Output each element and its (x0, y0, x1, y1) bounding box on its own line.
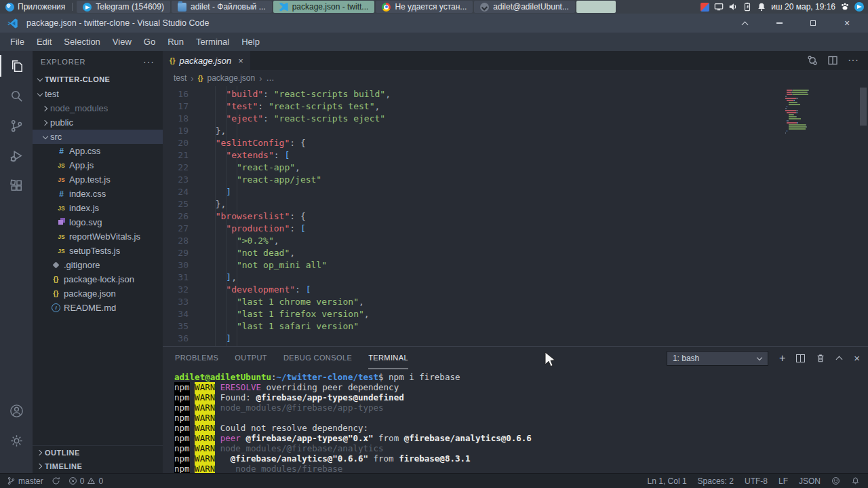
language-mode[interactable]: JSON (799, 476, 821, 486)
split-editor-icon[interactable] (827, 55, 838, 66)
timeline-section[interactable]: TIMELINE (33, 459, 163, 473)
encoding[interactable]: UTF-8 (745, 476, 768, 486)
maximize-panel-icon[interactable] (836, 355, 843, 362)
kill-terminal-icon[interactable] (816, 353, 825, 363)
code-line-22[interactable]: 22 "react-app", (163, 162, 868, 174)
panel-tab-output[interactable]: OUTPUT (235, 347, 267, 369)
menu-selection[interactable]: Selection (58, 34, 106, 50)
tree-item-reportwebvitals-js[interactable]: reportWebVitals.js (33, 229, 163, 244)
menu-go[interactable]: Go (138, 34, 161, 50)
code-line-16[interactable]: 16 "build": "react-scripts build", (163, 88, 868, 100)
tree-item-index-css[interactable]: index.css (33, 187, 163, 201)
menu-run[interactable]: Run (161, 34, 190, 50)
code-line-32[interactable]: 32 "development": [ (163, 284, 868, 296)
tree-item-package-json[interactable]: package.json (33, 286, 163, 301)
code-line-30[interactable]: 30 "not op_mini all" (163, 259, 868, 271)
panel-tab-terminal[interactable]: TERMINAL (368, 347, 408, 369)
tree-item-index-js[interactable]: index.js (33, 201, 163, 215)
close-panel-icon[interactable]: × (854, 353, 860, 363)
minimap[interactable] (784, 90, 857, 134)
taskbar-window-blank[interactable] (576, 1, 616, 13)
outline-section[interactable]: OUTLINE (33, 446, 163, 459)
code-line-26[interactable]: 26 "browserslist": { (163, 210, 868, 223)
code-line-25[interactable]: 25 }, (163, 198, 868, 210)
clock[interactable]: иш 20 мар, 19:16 (771, 2, 835, 12)
code-line-33[interactable]: 33 "last 1 chrome version", (163, 296, 868, 308)
sync-changes-button[interactable] (52, 476, 60, 485)
tree-item-readme-md[interactable]: README.md (33, 301, 163, 315)
maximize-button[interactable] (804, 17, 822, 29)
taskbar-window-telegram[interactable]: Telegram (154609) (77, 1, 170, 13)
code-line-17[interactable]: 17 "test": "react-scripts test", (163, 100, 868, 113)
minimize-button[interactable] (770, 17, 788, 29)
breadcrumb-symbol[interactable]: … (267, 73, 275, 83)
code-line-31[interactable]: 31 ], (163, 271, 868, 284)
taskbar-window-terminal[interactable]: adilet@adiletUbunt... (474, 1, 575, 13)
tree-item-app-js[interactable]: App.js (33, 158, 163, 172)
split-terminal-icon[interactable] (796, 354, 805, 362)
tree-item-test[interactable]: test (33, 87, 163, 101)
panel-tab-problems[interactable]: PROBLEMS (175, 347, 218, 369)
code-line-18[interactable]: 18 "eject": "react-scripts eject" (163, 113, 868, 125)
taskbar-window-file-manager[interactable]: adilet - Файловый ... (172, 1, 272, 13)
panel-tab-debug-console[interactable]: DEBUG CONSOLE (283, 347, 352, 369)
feedback-smiley-icon[interactable] (831, 476, 840, 485)
shade-button[interactable] (736, 17, 754, 29)
volume-icon[interactable] (728, 2, 738, 12)
battery-icon[interactable] (743, 2, 752, 12)
tree-item-package-lock-json[interactable]: package-lock.json (33, 272, 163, 286)
editor-scrollbar-thumb[interactable] (860, 88, 867, 126)
code-line-29[interactable]: 29 "not dead", (163, 247, 868, 259)
tree-item-public[interactable]: public (33, 115, 163, 130)
breadcrumb-file[interactable]: package.json (207, 73, 255, 83)
tree-item--gitignore[interactable]: .gitignore (33, 258, 163, 272)
run-debug-icon[interactable] (0, 140, 33, 170)
taskbar-window-vscode[interactable]: package.json - twitt... (273, 1, 375, 13)
code-line-35[interactable]: 35 "last 1 safari version" (163, 320, 868, 333)
explorer-more-actions-icon[interactable]: ··· (143, 56, 155, 67)
git-branch-indicator[interactable]: master (7, 476, 43, 486)
source-control-icon[interactable] (0, 111, 33, 140)
tab-package-json[interactable]: {} package.json × (163, 51, 250, 70)
telegram-tray-icon[interactable] (854, 2, 864, 12)
cursor-position[interactable]: Ln 1, Col 1 (648, 476, 687, 486)
applications-menu[interactable]: Приложения (0, 0, 71, 14)
open-changes-icon[interactable] (807, 55, 818, 66)
code-line-20[interactable]: 20 "eslintConfig": { (163, 137, 868, 149)
code-line-19[interactable]: 19 }, (163, 125, 868, 137)
tree-item-logo-svg[interactable]: logo.svg (33, 215, 163, 229)
account-icon[interactable] (0, 396, 33, 426)
breadcrumb-folder[interactable]: test (174, 73, 186, 83)
more-actions-icon[interactable]: ··· (848, 54, 859, 67)
eol-sequence[interactable]: LF (778, 476, 788, 486)
terminal-shell-select[interactable]: 1: bash (667, 351, 768, 366)
tree-item-app-test-js[interactable]: App.test.js (33, 172, 163, 187)
extensions-icon[interactable] (0, 170, 33, 200)
explorer-icon[interactable] (0, 51, 33, 81)
indentation[interactable]: Spaces: 2 (698, 476, 734, 486)
terminal-output[interactable]: adilet@adiletUbuntu:~/twitter-clone/test… (163, 369, 868, 473)
taskbar-window-chrome[interactable]: Не удается устан... (376, 1, 473, 13)
code-editor[interactable]: 16 "build": "react-scripts build",17 "te… (163, 86, 868, 346)
code-line-28[interactable]: 28 ">0.2%", (163, 235, 868, 247)
menu-help[interactable]: Help (235, 34, 266, 50)
close-button[interactable]: × (838, 17, 856, 29)
problems-indicator[interactable]: 0 0 (68, 476, 103, 486)
menu-view[interactable]: View (106, 34, 138, 50)
menu-file[interactable]: File (4, 34, 31, 50)
display-icon[interactable] (714, 2, 724, 12)
code-line-34[interactable]: 34 "last 1 firefox version", (163, 308, 868, 320)
workspace-root-item[interactable]: TWITTER-CLONE (33, 72, 163, 87)
tree-item-src[interactable]: src (33, 130, 163, 144)
notifications-icon[interactable] (757, 2, 766, 12)
new-terminal-icon[interactable]: + (779, 353, 785, 364)
tree-item-app-css[interactable]: App.css (33, 144, 163, 158)
menu-terminal[interactable]: Terminal (190, 34, 235, 50)
menu-edit[interactable]: Edit (31, 34, 58, 50)
tree-item-setuptests-js[interactable]: setupTests.js (33, 244, 163, 258)
code-line-27[interactable]: 27 "production": [ (163, 223, 868, 235)
settings-gear-icon[interactable] (0, 426, 33, 455)
code-line-21[interactable]: 21 "extends": [ (163, 149, 868, 162)
paw-icon[interactable] (840, 2, 850, 12)
code-line-24[interactable]: 24 ] (163, 186, 868, 198)
